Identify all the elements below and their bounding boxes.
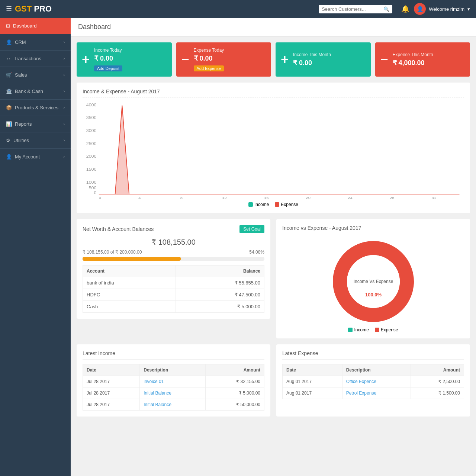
user-area[interactable]: 👤 Welcome rimzim ▾ [414, 3, 470, 15]
reports-icon: 📊 [6, 121, 12, 127]
chevron-right-icon: › [64, 122, 65, 126]
sidebar-item-label: Bank & Cash [15, 89, 43, 94]
svg-text:0: 0 [94, 190, 97, 195]
account-name: Cash [83, 301, 176, 313]
income-amount-header: Amount [205, 364, 264, 376]
svg-text:12: 12 [222, 196, 227, 199]
svg-text:20: 20 [306, 196, 311, 199]
sidebar-item-transactions[interactable]: ↔ Transactions › [0, 51, 71, 67]
sidebar-item-products-services[interactable]: 📦 Products & Services › [0, 100, 71, 116]
svg-text:4000: 4000 [86, 103, 97, 107]
menu-icon[interactable]: ☰ [6, 5, 12, 13]
svg-text:2500: 2500 [86, 141, 97, 146]
expense-today-title: Expense Today [194, 48, 224, 53]
sidebar-item-reports[interactable]: 📊 Reports › [0, 116, 71, 132]
sidebar-item-label: Utilities [13, 138, 29, 143]
sidebar-item-crm[interactable]: 👤 CRM › [0, 34, 71, 51]
chevron-right-icon: › [64, 106, 65, 110]
app-logo: GST PRO [15, 4, 52, 14]
latest-expense-card: Latest Expense Date Description Amount A… [276, 344, 470, 416]
svg-marker-19 [99, 106, 460, 194]
donut-income-label: Income [354, 327, 369, 332]
chevron-right-icon: › [64, 57, 65, 61]
search-box[interactable]: 🔍 [319, 5, 392, 13]
net-worth-card: Net Worth & Account Balances Set Goal ₹ … [77, 219, 270, 319]
income-legend-label: Income [254, 202, 269, 207]
avatar: 👤 [414, 3, 426, 15]
income-expense-chart-title: Income & Expense - August 2017 [83, 89, 464, 98]
table-row: Jul 28 2017Initial Balance₹ 50,000.00 [83, 399, 264, 411]
sidebar-item-sales[interactable]: 🛒 Sales › [0, 67, 71, 83]
income-date-header: Date [83, 364, 140, 376]
sidebar-item-bank-cash[interactable]: 🏦 Bank & Cash › [0, 83, 71, 100]
income-month-title: Income This Month [293, 52, 331, 57]
account-name: HDFC [83, 289, 176, 301]
sidebar-item-label: My Account [15, 154, 40, 160]
search-input[interactable] [322, 6, 381, 12]
svg-text:4: 4 [138, 196, 141, 199]
table-row: bank of india₹ 55,655.00 [83, 277, 264, 289]
svg-text:24: 24 [348, 196, 353, 199]
transactions-icon: ↔ [6, 56, 11, 61]
income-desc[interactable]: Initial Balance [140, 387, 206, 399]
svg-text:500: 500 [89, 186, 97, 190]
donut-income-dot [348, 328, 353, 332]
minus-icon: − [380, 53, 388, 66]
logo-area: ☰ GST PRO [6, 4, 52, 14]
chevron-right-icon: › [64, 40, 65, 44]
net-worth-section: Net Worth & Account Balances Set Goal ₹ … [77, 219, 270, 338]
svg-text:3500: 3500 [86, 115, 97, 120]
donut-expense-legend: Expense [375, 327, 398, 332]
table-row: Aug 01 2017Office Expence₹ 2,500.00 [283, 376, 464, 387]
expense-amount: ₹ 1,500.00 [411, 387, 464, 399]
income-desc-header: Description [140, 364, 206, 376]
chevron-right-icon: › [64, 73, 65, 77]
income-desc-link[interactable]: Initial Balance [144, 390, 171, 396]
chevron-right-icon: › [64, 138, 65, 142]
income-desc[interactable]: Initial Balance [140, 399, 206, 411]
income-vs-expense-section: Income vs Expense - August 2017 Income V… [276, 219, 470, 338]
expense-desc[interactable]: Office Expence [342, 376, 411, 387]
chevron-right-icon: › [64, 89, 65, 93]
plus-icon: + [82, 53, 90, 66]
balance-col-header: Balance [176, 266, 264, 277]
bell-icon[interactable]: 🔔 [401, 5, 409, 13]
set-goal-button[interactable]: Set Goal [239, 225, 264, 233]
svg-text:0: 0 [99, 196, 101, 199]
income-today-card: + Income Today ₹ 0.00 Add Deposit [77, 42, 172, 77]
minus-icon: − [181, 53, 189, 66]
table-row: Jul 28 2017Initial Balance₹ 5,000.00 [83, 387, 264, 399]
sidebar-item-dashboard[interactable]: ⊞ Dashboard [0, 18, 71, 34]
donut-income-legend: Income [348, 327, 369, 332]
expense-amount: ₹ 2,500.00 [411, 376, 464, 387]
expense-desc-header: Description [342, 364, 411, 376]
income-desc-link[interactable]: invoice 01 [144, 379, 164, 384]
income-desc-link[interactable]: Initial Balance [144, 402, 171, 407]
dashboard-icon: ⊞ [6, 23, 10, 29]
plus-icon: + [281, 53, 289, 66]
expense-legend-dot [275, 202, 279, 207]
expense-desc-link[interactable]: Office Expence [346, 379, 376, 384]
sidebar-item-label: CRM [15, 39, 26, 45]
expense-today-amount: ₹ 0.00 [194, 54, 224, 62]
expense-date: Aug 01 2017 [283, 376, 342, 387]
expense-month-info: Expense This Month ₹ 4,000.00 [393, 52, 433, 67]
account-balance: ₹ 47,500.00 [176, 289, 264, 301]
donut-expense-dot [375, 328, 379, 332]
expense-desc[interactable]: Petrol Expense [342, 387, 411, 399]
search-icon: 🔍 [383, 6, 389, 12]
net-worth-header: Net Worth & Account Balances Set Goal [83, 225, 264, 233]
add-deposit-button[interactable]: Add Deposit [94, 65, 122, 71]
add-expense-button[interactable]: Add Expense [194, 65, 224, 71]
income-desc[interactable]: invoice 01 [140, 376, 206, 387]
sales-icon: 🛒 [6, 72, 12, 78]
sidebar-item-my-account[interactable]: 👤 My Account › [0, 149, 71, 165]
expense-desc-link[interactable]: Petrol Expense [346, 390, 376, 396]
chevron-down-icon: ▾ [467, 6, 470, 12]
progress-info: ₹ 108,155.00 of ₹ 200,000.00 54.08% [83, 250, 264, 255]
sidebar: ⊞ Dashboard 👤 CRM › ↔ Transactions › 🛒 S… [0, 18, 71, 476]
chevron-right-icon: › [64, 155, 65, 159]
income-expense-chart-section: Income & Expense - August 2017 4000 3500… [77, 83, 470, 213]
sidebar-item-utilities[interactable]: ⚙ Utilities › [0, 132, 71, 149]
expense-month-title: Expense This Month [393, 52, 433, 57]
